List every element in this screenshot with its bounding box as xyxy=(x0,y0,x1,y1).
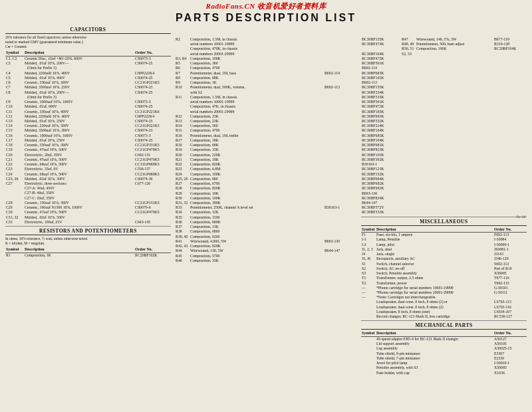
table-row: R38Composition, 6800 xyxy=(175,229,357,234)
table-row: RC30BF152K xyxy=(361,172,527,177)
divider xyxy=(361,320,527,321)
mechanical-table: Symbol Description Order No. 45-speed ad… xyxy=(361,331,527,375)
table-row: Composition, 470K, in chassisserial numb… xyxy=(175,47,357,56)
table-row: C16Ceramic, 1000uuf 10%, 1000VCS0073-3 xyxy=(5,134,171,138)
table-row: C7Molded, 3300uuf 10%, 250VCS0074-23 xyxy=(5,85,171,90)
table-row: R29Composition, 10K xyxy=(175,191,357,196)
table-row: Record changer, RC-121 Mark II, less car… xyxy=(361,314,527,319)
table-row: J5, J6Receptacle, auxiliary ACJ346-129 xyxy=(361,257,527,261)
misc-title: MISCELLANEOUS xyxy=(361,219,527,226)
table-row: Fuse holder, with capX1036 xyxy=(361,371,527,375)
table-row: I-1Lamp, PenoliteI-50084 xyxy=(361,237,527,242)
col-description: Description xyxy=(24,51,134,56)
table-row: B692-113 xyxy=(361,80,527,85)
table-row: R35Composition, 1500 xyxy=(175,215,357,220)
table-row: C22Ceramic, 68uuf 10%, 500VCC31GP680K5 xyxy=(5,162,171,167)
table-row: S2Switch, AC on-offPart of R10 xyxy=(361,266,527,271)
divider xyxy=(5,226,171,227)
table-row: RC30BF104K xyxy=(361,128,527,133)
table-row: J4Jack, singleJ3143 xyxy=(361,252,527,257)
table-row: RC30BF474K R48, 49 Potentiometer, 500, h… xyxy=(361,42,527,47)
table-row: RC30BF685K xyxy=(361,134,527,138)
col-symbol: Symbol xyxy=(361,227,376,233)
table-row: R50, 51 Composition, 100K RC20BF104K xyxy=(361,47,527,51)
table-row: RC30BF572Y xyxy=(361,205,527,210)
table-row: C11Ceramic, 330uuf 10%, 400VCC31GP221K6 xyxy=(5,110,171,114)
table-row: Composition, 47K, in chassisserial numbe… xyxy=(175,104,357,114)
table-row: RC30BF561K xyxy=(361,61,527,66)
table-row: R37Composition, 13K xyxy=(175,225,357,229)
table-row: R13Composition, 23K xyxy=(175,119,357,124)
table-row: RC30BF224K xyxy=(361,90,527,95)
table-row: R18Composition, 68K xyxy=(175,143,357,148)
table-row: B693-130 xyxy=(361,191,527,196)
table-row: C30Ceramic, 47uuf 10%, 500VCC21GP470K5 xyxy=(5,210,171,215)
table-row: R3, R4Composition, 100K xyxy=(175,56,357,61)
table-row: R42, 43Composition, 820K xyxy=(175,244,357,249)
table-row: RC30BF183K xyxy=(361,110,527,114)
table-row: RC30BF824K xyxy=(361,196,527,201)
table-row: RC30BF392K xyxy=(361,157,527,162)
table-row: —*Note: Cartridges not interchangeable. xyxy=(361,295,527,300)
table-row: R16Potentiometer, dual, 1M, treble xyxy=(175,134,357,138)
divider xyxy=(361,217,527,217)
col-order: Order No. xyxy=(493,331,527,336)
table-row: C20Electrolytic, 20uf, 350VC692-131 xyxy=(5,153,171,157)
table-row: RC30BF561K xyxy=(361,100,527,104)
table-row: RC30BF103K xyxy=(361,153,527,157)
table-row: R41Wirewound, 4,000, 5WB693-130 xyxy=(175,239,357,244)
table-row: RC30BF224K xyxy=(361,124,527,128)
table-row: RC30BF684K xyxy=(361,177,527,181)
table-row: C28Ceramic, 150uuf 10%, 300VCC21GP151K5 xyxy=(5,201,171,205)
table-row: RC30BF472K xyxy=(361,56,527,61)
table-row: R11Composition, 1.5M, in chassisserial n… xyxy=(175,95,357,104)
table-row: R14Composition, 560 xyxy=(175,124,357,128)
table-row: R7Potentiometer, dual, 1M, bassB692-114 xyxy=(175,71,357,76)
table-row: R30Composition, 100K xyxy=(175,196,357,201)
col-description: Description xyxy=(376,331,493,336)
table-row: C21Ceramic, 47uuf 10%, 500VCC21GP470K5 xyxy=(5,157,171,162)
table-row: C13Molded, .01uf 10%, 250VCS0074-25 xyxy=(5,119,171,124)
table-row: C6Ceramic, 330uuf 10%, 300VCC21GP221K5 xyxy=(5,80,171,85)
table-row: R36Composition, 680K xyxy=(175,220,357,225)
table-row: RC30BF104KS2, 53 xyxy=(361,52,527,56)
table-row: R17Composition, 18K xyxy=(175,138,357,143)
table-row: R2Composition, 1.5M, in chassisserial nu… xyxy=(175,37,357,47)
table-row: R45Composition, 5700 xyxy=(175,254,357,258)
mechanical-title: MECHANICAL PARTS xyxy=(361,322,527,330)
table-row: RC30BF333K xyxy=(361,95,527,100)
table-row: F1Fuse, slo-blo, 1 ampereF692-113 xyxy=(361,233,527,238)
table-row: R1Composition, 1KRC20BF102K xyxy=(5,253,171,258)
table-row: C5Molded, .01uf 10%, 400VCS0074-25 xyxy=(5,76,171,80)
table-row: C1, C2Ceramic Disc, .02uf +80/-20%, 600V… xyxy=(5,56,171,61)
table-row: R20Composition, 220K xyxy=(175,153,357,157)
table-row: R27Composition, 6700 xyxy=(175,181,357,186)
col-symbol: Symbol xyxy=(5,247,24,253)
table-row: R23Composition, 6.8M xyxy=(175,167,357,171)
resistors-cont-table: R2Composition, 1.5M, in chassisserial nu… xyxy=(175,37,357,263)
table-row: Jewel for pilot lampI-50010-1 xyxy=(361,361,527,365)
table-row: R34Composition, 12K xyxy=(175,210,357,215)
watermark: RadioFans.CN 收音机爱好者资料库 xyxy=(206,1,327,11)
misc-table: Symbol Description Order No. F1Fuse, slo… xyxy=(361,227,527,320)
as-id-label: As Id xyxy=(515,214,525,219)
table-row: R12Composition, 23K xyxy=(175,114,357,119)
table-row: B692-114 xyxy=(361,66,527,70)
table-row: Leg assemblyA50025-15 xyxy=(361,346,527,351)
table-row: C33Electrolytic, 100uf, 25VC643-145 xyxy=(5,220,171,225)
table-row: C27Electrolytic, three sections:C27-A: 4… xyxy=(5,181,171,201)
table-row: C3Molded, .01uf 10%, 200V—(Omit for Pref… xyxy=(5,61,171,70)
capacitors-title: CAPACITORS xyxy=(5,27,171,34)
table-row: R28Composition, 820K xyxy=(175,186,357,191)
page-title: PARTS DESCRIPTION LIST xyxy=(5,12,527,24)
table-row: RC30BF333K xyxy=(361,210,527,215)
table-row: C10Molded, .01uf, 600VCS0074-25 xyxy=(5,104,171,109)
table-row: R5Composition, 360 xyxy=(175,61,357,66)
order-numbers-table: BC30BF155K R47 Wirewound, 140, 5%, 5W B6… xyxy=(361,37,527,215)
table-row: R15Composition, 4700 xyxy=(175,128,357,133)
column-1: CAPACITORS 20% tolerance for all fixed c… xyxy=(5,27,171,375)
table-row: C17Molded, .01uf 10%, 250VCS0074-25 xyxy=(5,138,171,143)
col-order: Order No. xyxy=(134,247,171,253)
col-description: Description xyxy=(376,227,493,233)
table-row: —*Phono cartridge for serial numbers 100… xyxy=(361,286,527,290)
